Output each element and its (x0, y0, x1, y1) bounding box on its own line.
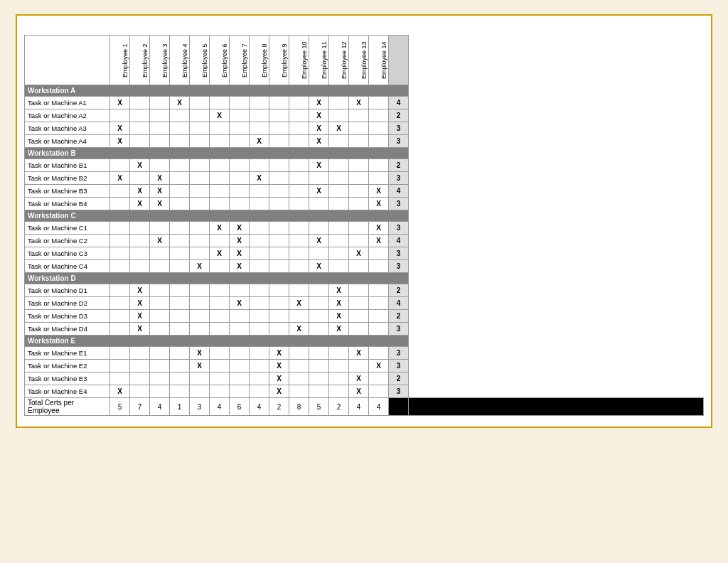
mark-cell-4-1-7 (250, 360, 269, 372)
mark-cell-2-1-10: X (309, 235, 329, 247)
mark-cell-1-2-3 (170, 185, 190, 198)
mark-cell-2-0-10 (309, 222, 329, 235)
mark-cell-1-0-11 (329, 159, 349, 172)
mark-cell-4-1-1 (130, 360, 150, 372)
mark-cell-1-2-10: X (309, 185, 329, 198)
workstation-row-2: Workstation C (25, 210, 704, 222)
mark-cell-4-0-12: X (349, 347, 369, 360)
mark-cell-3-3-9: X (289, 323, 309, 336)
mark-cell-1-1-12 (349, 172, 369, 185)
employee-header-1: Employee 1 (110, 36, 130, 85)
mark-cell-0-2-12 (349, 122, 369, 135)
count-cell: 3 (389, 260, 409, 273)
employee-header-4: Employee 4 (170, 36, 190, 85)
mark-cell-1-1-11 (329, 172, 349, 185)
mark-cell-0-1-10: X (309, 109, 329, 122)
mark-cell-0-3-11 (329, 135, 349, 148)
task-row-1-1: Task or Machine B2XXX3 (25, 172, 704, 185)
page-container: Employee 1Employee 2Employee 3Employee 4… (16, 14, 712, 428)
mark-cell-0-1-8 (269, 109, 289, 122)
task-row-2-3: Task or Machine C4XXX3 (25, 260, 704, 273)
mark-cell-2-0-11 (329, 222, 349, 235)
mark-cell-4-3-12: X (349, 385, 369, 398)
task-name-cell: Task or Machine D4 (25, 323, 110, 336)
mark-cell-0-2-1 (130, 122, 150, 135)
mark-cell-3-0-12 (349, 284, 369, 297)
mark-cell-0-3-12 (349, 135, 369, 148)
task-row-3-1: Task or Machine D2XXXX4 (25, 297, 704, 310)
mark-cell-1-0-6 (230, 159, 250, 172)
mark-cell-3-0-11: X (329, 284, 349, 297)
task-row-2-1: Task or Machine C2XXXX4 (25, 235, 704, 247)
mark-cell-3-1-7 (250, 297, 269, 310)
total-value-1: 7 (130, 398, 150, 416)
mark-cell-4-1-11 (329, 360, 349, 372)
mark-cell-3-1-9: X (289, 297, 309, 310)
count-cell: 3 (389, 122, 409, 135)
mark-cell-2-3-5 (210, 260, 230, 273)
mark-cell-0-2-10: X (309, 122, 329, 135)
mark-cell-3-0-1: X (130, 284, 150, 297)
task-row-0-1: Task or Machine A2XX2 (25, 109, 704, 122)
mark-cell-2-3-10: X (309, 260, 329, 273)
mark-cell-0-2-3 (170, 122, 190, 135)
workstation-row-1: Workstation B (25, 148, 704, 159)
mark-cell-1-3-2: X (150, 198, 170, 210)
mark-cell-2-2-13 (369, 247, 389, 260)
mark-cell-4-2-1 (130, 372, 150, 385)
mark-cell-4-3-0: X (110, 385, 130, 398)
mark-cell-2-2-2 (150, 247, 170, 260)
mark-cell-2-3-13 (369, 260, 389, 273)
mark-cell-2-0-0 (110, 222, 130, 235)
task-row-4-1: Task or Machine E2XXX3 (25, 360, 704, 372)
mark-cell-2-2-1 (130, 247, 150, 260)
mark-cell-0-0-5 (210, 97, 230, 109)
mark-cell-2-1-13: X (369, 235, 389, 247)
mark-cell-4-2-4 (190, 372, 210, 385)
mark-cell-3-3-0 (110, 323, 130, 336)
mark-cell-2-2-8 (269, 247, 289, 260)
mark-cell-1-2-4 (190, 185, 210, 198)
mark-cell-2-0-8 (269, 222, 289, 235)
task-name-cell: Task or Machine A4 (25, 135, 110, 148)
mark-cell-1-3-13: X (369, 198, 389, 210)
mark-cell-1-0-9 (289, 159, 309, 172)
total-value-3: 1 (170, 398, 190, 416)
mark-cell-3-1-1: X (130, 297, 150, 310)
mark-cell-2-0-6: X (230, 222, 250, 235)
mark-cell-0-1-2 (150, 109, 170, 122)
employee-header-10: Employee 10 (289, 36, 309, 85)
task-name-cell: Task or Machine D3 (25, 310, 110, 323)
mark-cell-1-1-3 (170, 172, 190, 185)
count-cell: 3 (389, 385, 409, 398)
mark-cell-2-0-2 (150, 222, 170, 235)
task-row-3-3: Task or Machine D4XXX3 (25, 323, 704, 336)
mark-cell-2-1-9 (289, 235, 309, 247)
mark-cell-3-3-1: X (130, 323, 150, 336)
workstation-row-0: Workstation A (25, 85, 704, 97)
mark-cell-3-3-10 (309, 323, 329, 336)
mark-cell-4-3-1 (130, 385, 150, 398)
mark-cell-1-1-8 (269, 172, 289, 185)
mark-cell-2-3-12 (349, 260, 369, 273)
count-cell: 3 (389, 360, 409, 372)
total-value-10: 5 (309, 398, 329, 416)
mark-cell-2-2-9 (289, 247, 309, 260)
count-cell: 2 (389, 109, 409, 122)
mark-cell-1-3-9 (289, 198, 309, 210)
mark-cell-2-2-7 (250, 247, 269, 260)
mark-cell-4-2-11 (329, 372, 349, 385)
header-row: Employee 1Employee 2Employee 3Employee 4… (25, 36, 704, 85)
employee-header-11: Employee 11 (309, 36, 329, 85)
count-cell: 2 (389, 284, 409, 297)
task-row-3-2: Task or Machine D3XX2 (25, 310, 704, 323)
mark-cell-2-1-0 (110, 235, 130, 247)
mark-cell-3-3-7 (250, 323, 269, 336)
mark-cell-1-3-0 (110, 198, 130, 210)
mark-cell-1-0-10: X (309, 159, 329, 172)
task-name-cell: Task or Machine C2 (25, 235, 110, 247)
mark-cell-4-1-8: X (269, 360, 289, 372)
task-name-cell: Task or Machine E2 (25, 360, 110, 372)
mark-cell-2-0-5: X (210, 222, 230, 235)
mark-cell-1-1-6 (230, 172, 250, 185)
